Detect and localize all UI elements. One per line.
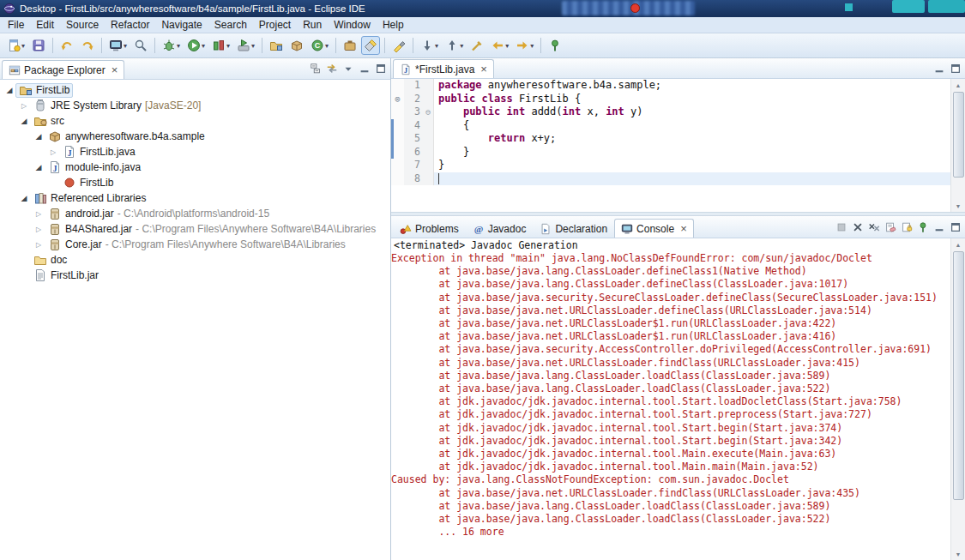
tree-item-firstlib-java[interactable]: ▷JFirstLib.java [0,144,390,160]
pin-console-button[interactable] [914,219,931,235]
maximize-button[interactable] [947,219,963,235]
run-button[interactable]: ▾ [184,36,208,55]
tab-declaration[interactable]: Declaration [533,219,614,238]
tree-item-src[interactable]: ◢src [0,113,390,129]
package-explorer-tab[interactable]: Package Explorer × [2,60,124,79]
tree-item-b4ashared-jar[interactable]: ▷B4AShared.jar - C:\Program Files\Anywhe… [0,221,390,237]
dropdown-arrow-icon[interactable]: ▾ [177,42,180,50]
fold-collapse-icon[interactable]: ⊖ [423,105,434,119]
new-button[interactable]: ▾ [4,36,27,55]
minimize-button[interactable] [356,61,372,77]
zoom-button[interactable] [131,36,150,55]
mark-occurrences-button[interactable] [389,36,408,55]
new-class-button[interactable]: C▾ [308,36,331,55]
tab-console[interactable]: Console× [614,219,694,238]
tree-item-firstlib[interactable]: FirstLib [0,175,390,190]
minimize-button[interactable] [931,60,947,76]
close-icon[interactable]: × [680,223,687,234]
last-edit-location-button[interactable] [467,36,486,55]
expander-open-icon[interactable]: ◢ [33,163,45,172]
menu-file[interactable]: File [2,17,30,33]
debug-button[interactable]: ▾ [160,36,183,55]
scroll-lock-button[interactable] [898,219,914,235]
expander-closed-icon[interactable]: ▷ [47,148,59,156]
menu-navigate[interactable]: Navigate [155,17,208,33]
console-view[interactable]: <terminated> Javadoc Generation Exceptio… [391,238,965,560]
package-explorer-tree[interactable]: ◢FirstLib▷JRE System Library [JavaSE-20]… [0,80,390,560]
scroll-up-icon[interactable]: ▲ [951,79,965,91]
tree-item-firstlib-jar[interactable]: FirstLib.jar [0,268,390,283]
remove-launch-button[interactable] [849,219,865,235]
dropdown-arrow-icon[interactable]: ▾ [325,42,329,50]
redo-button[interactable] [78,36,97,55]
tree-item-jre-system-library[interactable]: ▷JRE System Library [JavaSE-20] [0,98,390,113]
editor-tab-firstlib-java[interactable]: J *FirstLib.java × [393,59,494,78]
tree-item-android-jar[interactable]: ▷android.jar - C:\Android\platforms\andr… [0,206,390,221]
maximize-button[interactable] [947,60,963,76]
editor-scrollbar[interactable]: ▲ ▼ [950,79,965,212]
menu-project[interactable]: Project [253,17,297,33]
remove-all-terminated-button[interactable] [865,219,882,235]
next-annotation-button[interactable]: ▾ [418,36,441,55]
code-editor[interactable]: 1package anywheresoftware.b4a.sample;⊗2p… [391,79,965,212]
search-button[interactable] [361,36,380,55]
expander-closed-icon[interactable]: ▷ [33,241,45,249]
dropdown-arrow-icon[interactable]: ▾ [435,42,438,50]
forward-button[interactable]: ▾ [513,36,536,55]
coverage-button[interactable]: ▾ [209,36,232,55]
open-console-button[interactable]: ▾ [106,36,130,55]
tree-item-core-jar[interactable]: ▷Core.jar - C:\Program Files\Anywhere So… [0,237,390,252]
close-icon[interactable]: × [112,64,118,75]
tab-javadoc[interactable]: @Javadoc [466,219,534,238]
menu-edit[interactable]: Edit [30,17,60,33]
new-package-button[interactable] [287,36,306,55]
menu-help[interactable]: Help [377,17,410,33]
scroll-down-icon[interactable]: ▼ [951,548,965,560]
scroll-down-icon[interactable]: ▼ [951,200,965,212]
menu-source[interactable]: Source [60,17,105,33]
save-button[interactable] [29,36,48,55]
pin-editor-button[interactable] [546,36,564,55]
close-icon[interactable]: × [480,63,487,75]
maximize-button[interactable] [372,61,389,77]
tree-item-firstlib[interactable]: ◢FirstLib [0,82,390,98]
tree-item-referenced-libraries[interactable]: ◢Referenced Libraries [0,190,390,206]
new-java-project-button[interactable] [267,36,286,55]
dropdown-arrow-icon[interactable]: ▾ [251,42,255,50]
menu-refactor[interactable]: Refactor [105,17,155,33]
dropdown-arrow-icon[interactable]: ▾ [21,42,25,50]
scrollbar-thumb[interactable] [953,251,964,500]
view-menu-button[interactable] [340,61,356,77]
dropdown-arrow-icon[interactable]: ▾ [505,42,509,50]
dropdown-arrow-icon[interactable]: ▾ [226,42,230,50]
menu-window[interactable]: Window [328,17,377,33]
console-scrollbar[interactable]: ▲ ▼ [950,238,965,560]
previous-annotation-button[interactable]: ▾ [443,36,466,55]
minimize-button[interactable] [931,219,947,235]
terminate-button[interactable] [833,219,849,235]
tree-item-anywheresoftware-b4a-sample[interactable]: ◢anywheresoftware.b4a.sample [0,129,390,144]
expander-open-icon[interactable]: ◢ [3,86,15,94]
scroll-up-icon[interactable]: ▲ [951,238,965,250]
dropdown-arrow-icon[interactable]: ▾ [530,42,534,50]
expander-open-icon[interactable]: ◢ [18,194,30,202]
dropdown-arrow-icon[interactable]: ▾ [460,42,463,50]
tab-problems[interactable]: Problems [393,219,466,238]
scrollbar-thumb[interactable] [953,92,964,178]
dropdown-arrow-icon[interactable]: ▾ [124,42,127,50]
expander-open-icon[interactable]: ◢ [18,117,30,125]
back-button[interactable]: ▾ [488,36,511,55]
link-with-editor-button[interactable] [323,61,340,77]
expander-open-icon[interactable]: ◢ [33,132,45,141]
tree-item-module-info-java[interactable]: ◢Jmodule-info.java [0,160,390,175]
collapse-all-button[interactable] [307,61,323,77]
external-tools-button[interactable]: ▾ [234,36,257,55]
tree-item-doc[interactable]: doc [0,252,390,268]
expander-closed-icon[interactable]: ▷ [33,226,45,233]
menu-run[interactable]: Run [297,17,328,33]
dropdown-arrow-icon[interactable]: ▾ [202,42,205,50]
open-type-button[interactable] [341,36,359,55]
clear-console-button[interactable] [882,219,898,235]
expander-closed-icon[interactable]: ▷ [18,102,30,110]
undo-button[interactable] [57,36,76,55]
